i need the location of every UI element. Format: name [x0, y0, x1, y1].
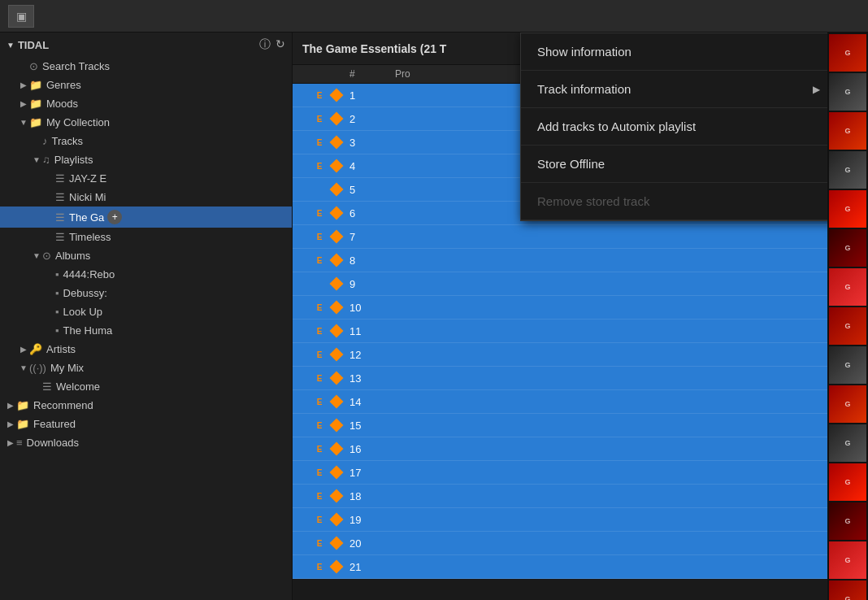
sidebar-item-my-mix[interactable]: ▼ ((·)) My Mix [0, 359, 292, 377]
window-icon[interactable]: ▣ [8, 5, 34, 28]
sidebar-item-moods[interactable]: ▶ 📁 Moods [0, 94, 292, 113]
arrow-albums[interactable]: ▼ [31, 251, 42, 260]
sidebar-item-albums[interactable]: ▼ ⊙ Albums [0, 246, 292, 265]
sidebar-label-timeless: Timeless [69, 231, 111, 243]
arrow-downloads[interactable]: ▶ [5, 438, 16, 447]
album-thumbnail[interactable]: G [829, 229, 866, 267]
arrow-genres[interactable]: ▶ [18, 80, 29, 89]
arrow-my-mix[interactable]: ▼ [18, 363, 29, 372]
sidebar-item-tracks[interactable]: ♪ Tracks [0, 132, 292, 150]
thumbnail-label: G [844, 595, 850, 600]
track-row[interactable]: E 8 [293, 249, 827, 272]
track-row[interactable]: E 21 [293, 555, 827, 579]
diamond-icon [330, 372, 344, 385]
track-row[interactable]: E 19 [293, 508, 827, 532]
context-menu-item-track-info[interactable]: Track information ▶ [521, 71, 827, 108]
track-row[interactable]: E 14 [293, 390, 827, 414]
sidebar-item-jay-z[interactable]: ☰ JAY-Z E [0, 169, 292, 188]
album-thumbnail[interactable]: G [829, 112, 866, 150]
album-thumbnail[interactable]: G [829, 385, 866, 423]
refresh-icon[interactable]: ↻ [276, 37, 285, 52]
thumbnail-label: G [844, 283, 850, 291]
track-row[interactable]: E 12 [293, 343, 827, 367]
track-row[interactable]: E 16 [293, 437, 827, 461]
diamond-icon [330, 466, 344, 480]
album-thumbnail[interactable]: G [829, 346, 866, 384]
arrow-my-collection[interactable]: ▼ [18, 118, 29, 127]
thumbnail-label: G [844, 205, 850, 213]
context-menu-label: Add tracks to Automix playlist [537, 120, 696, 133]
explicit-badge: E [312, 162, 327, 171]
track-row[interactable]: E 15 [293, 414, 827, 437]
track-diamond-col [327, 279, 346, 289]
sidebar-items-container: ⊙ Search Tracks ▶ 📁 Genres ▶ 📁 Moods ▼ 📁… [0, 57, 292, 452]
sidebar-label-recommend: Recommend [33, 399, 93, 411]
add-playlist-button[interactable]: + [107, 210, 122, 224]
context-menu-item-show-info[interactable]: Show information [521, 33, 827, 71]
track-row[interactable]: E 11 [293, 320, 827, 343]
sidebar-item-artists[interactable]: ▶ 🔑 Artists [0, 340, 292, 359]
album-thumbnail[interactable]: G [829, 424, 866, 462]
album-thumbnail[interactable]: G [829, 463, 866, 501]
album-thumbnail[interactable]: G [829, 307, 866, 345]
sidebar-item-recommend[interactable]: ▶ 📁 Recommend [0, 396, 292, 415]
diamond-icon [330, 112, 344, 126]
sidebar-label-welcome: Welcome [56, 380, 100, 393]
track-row[interactable]: E 17 [293, 461, 827, 485]
arrow-artists[interactable]: ▶ [18, 345, 29, 354]
icon-debussy: ▪ [55, 287, 59, 299]
track-row[interactable]: 9 [293, 272, 827, 296]
arrow-recommend[interactable]: ▶ [5, 401, 16, 410]
icon-tracks: ♪ [42, 135, 48, 147]
album-thumbnail[interactable]: G [829, 541, 866, 579]
album-thumbnail[interactable]: G [829, 190, 866, 228]
sidebar-item-timeless[interactable]: ☰ Timeless [0, 228, 292, 246]
sidebar-item-search-tracks[interactable]: ⊙ Search Tracks [0, 57, 292, 76]
album-thumbnail[interactable]: G [829, 151, 866, 189]
track-row[interactable]: E 18 [293, 485, 827, 508]
album-thumbnail[interactable]: G [829, 34, 866, 72]
album-thumbnail[interactable]: G [829, 73, 866, 111]
tidal-arrow[interactable]: ▼ [7, 41, 15, 50]
track-row[interactable]: E 13 [293, 367, 827, 390]
sidebar-item-downloads[interactable]: ▶ ≡ Downloads [0, 433, 292, 452]
arrow-playlists[interactable]: ▼ [31, 155, 42, 164]
track-number: 4 [346, 160, 395, 172]
sidebar-item-debussy[interactable]: ▪ Debussy: [0, 284, 292, 302]
explicit-badge: E [312, 468, 327, 477]
arrow-moods[interactable]: ▶ [18, 99, 29, 108]
context-menu-item-add-automix[interactable]: Add tracks to Automix playlist [521, 108, 827, 146]
track-row[interactable]: E 10 [293, 296, 827, 320]
sidebar-item-4444[interactable]: ▪ 4444:Rebo [0, 265, 292, 284]
info-icon[interactable]: ⓘ [259, 37, 271, 52]
sidebar-item-the-ga[interactable]: ☰ The Ga + [0, 207, 292, 228]
diamond-icon [330, 207, 344, 220]
track-row[interactable]: E 7 [293, 225, 827, 249]
track-diamond-col [327, 208, 346, 218]
icon-downloads: ≡ [16, 437, 23, 449]
sidebar-item-playlists[interactable]: ▼ ♫ Playlists [0, 150, 292, 169]
thumbnail-label: G [844, 361, 850, 369]
sidebar-item-welcome[interactable]: ☰ Welcome [0, 377, 292, 396]
content-area: The Game Essentials (21 T # Pro E 1 E 2 [293, 33, 827, 600]
col-pro-header: Pro [395, 68, 460, 80]
sidebar-item-nicki-mi[interactable]: ☰ Nicki Mi [0, 188, 292, 207]
track-diamond-col [327, 326, 346, 336]
track-row[interactable]: E 20 [293, 532, 827, 555]
sidebar-item-genres[interactable]: ▶ 📁 Genres [0, 76, 292, 94]
sidebar-item-my-collection[interactable]: ▼ 📁 My Collection [0, 113, 292, 132]
album-thumbnail[interactable]: G [829, 580, 866, 600]
album-thumbnail[interactable]: G [829, 502, 866, 540]
sidebar-item-featured[interactable]: ▶ 📁 Featured [0, 415, 292, 433]
album-thumbnail[interactable]: G [829, 268, 866, 306]
context-menu-item-store-offline[interactable]: Store Offline [521, 146, 827, 183]
context-menu-label: Store Offline [537, 157, 605, 171]
sidebar-label-the-ga: The Ga [69, 211, 104, 224]
sidebar-item-lookup[interactable]: ▪ Look Up [0, 302, 292, 321]
sidebar-item-the-huma[interactable]: ▪ The Huma [0, 321, 292, 340]
sidebar-label-moods: Moods [46, 98, 78, 110]
explicit-badge: E [312, 374, 327, 383]
arrow-featured[interactable]: ▶ [5, 420, 16, 428]
diamond-icon [330, 183, 344, 197]
diamond-icon [330, 324, 344, 338]
